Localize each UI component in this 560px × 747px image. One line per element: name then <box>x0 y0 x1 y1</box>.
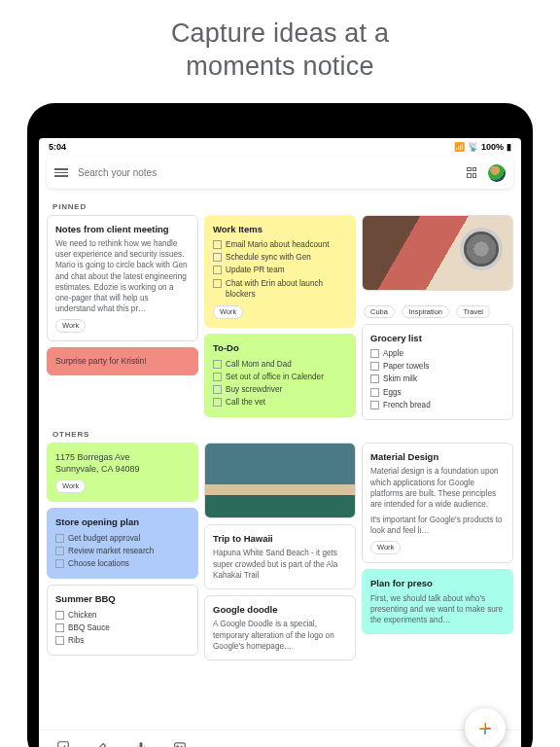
check-item[interactable]: Buy screwdriver <box>213 383 347 396</box>
note-tag[interactable]: Work <box>370 541 401 554</box>
status-time: 5:04 <box>49 142 66 152</box>
photo-tags: Cuba Inspiration Travel <box>362 297 513 318</box>
search-input[interactable] <box>78 167 457 178</box>
check-item[interactable]: Get budget approval <box>55 532 190 545</box>
note-title: Grocery list <box>370 333 505 345</box>
note-body: A Google Doodle is a special, temporary … <box>213 619 347 651</box>
avatar[interactable] <box>488 164 506 182</box>
battery-icon: ▮ <box>507 142 511 152</box>
note-title: Google doodle <box>213 604 347 617</box>
tag-inspiration[interactable]: Inspiration <box>402 305 449 318</box>
checkbox-icon[interactable] <box>56 740 70 747</box>
note-body: Material design is a foundation upon whi… <box>370 466 505 509</box>
note-body: Hapuna White Sand Beach - it gets super … <box>213 548 347 580</box>
check-item[interactable]: Review market research <box>55 545 190 557</box>
checklist: Email Mario about headcount Schedule syn… <box>213 238 347 300</box>
note-tag[interactable]: Work <box>55 319 86 333</box>
note-title: To-Do <box>213 342 347 355</box>
app-screen: 5:04 📶 📡 100% ▮ PINNED Notes from client… <box>39 138 521 748</box>
section-pinned-label: PINNED <box>39 193 521 215</box>
note-bbq[interactable]: Summer BBQ Chicken BBQ Sauce Ribs <box>47 585 198 656</box>
check-item[interactable]: Apple <box>370 347 505 360</box>
check-item[interactable]: Call the vet <box>213 396 347 409</box>
note-title: Work Items <box>213 224 347 236</box>
check-item[interactable]: Update PR team <box>213 264 347 276</box>
tablet-frame: 5:04 📶 📡 100% ▮ PINNED Notes from client… <box>27 103 533 748</box>
check-item[interactable]: Email Mario about headcount <box>213 238 347 251</box>
checklist: Chicken BBQ Sauce Ribs <box>55 609 190 647</box>
check-item[interactable]: BBQ Sauce <box>55 622 190 634</box>
checklist: Call Mom and Dad Set out of office in Ca… <box>213 358 347 409</box>
tag-cuba[interactable]: Cuba <box>364 305 395 318</box>
note-beach-photo[interactable] <box>204 443 356 518</box>
note-todo[interactable]: To-Do Call Mom and Dad Set out of office… <box>204 334 356 417</box>
check-item[interactable]: Call Mom and Dad <box>213 358 347 371</box>
new-note-fab[interactable]: + <box>465 708 506 748</box>
note-title: Notes from client meeting <box>55 224 190 236</box>
layout-toggle-icon[interactable] <box>467 167 478 179</box>
check-item[interactable]: Eggs <box>370 386 505 399</box>
note-body: First, we should talk about who's presen… <box>370 593 505 625</box>
check-item[interactable]: Schedule sync with Gen <box>213 251 347 264</box>
note-title: Summer BBQ <box>55 593 190 606</box>
note-grocery[interactable]: Grocery list Apple Paper towels Skim mil… <box>362 324 513 420</box>
note-tag[interactable]: Work <box>213 305 243 319</box>
status-right: 📶 📡 100% ▮ <box>454 142 511 152</box>
checklist: Apple Paper towels Skim milk Eggs French… <box>370 347 505 410</box>
others-grid: 1175 Borregas Ave Sunnyvale, CA 94089 Wo… <box>39 443 521 660</box>
battery-text: 100% <box>481 142 504 152</box>
pinned-grid: Notes from client meeting We need to ret… <box>39 215 521 420</box>
check-item[interactable]: French bread <box>370 399 505 411</box>
note-doodle[interactable]: Google doodle A Google Doodle is a speci… <box>204 595 356 660</box>
note-line1: 1175 Borregas Ave <box>55 451 190 463</box>
note-title: Store opening plan <box>55 516 190 529</box>
search-bar[interactable] <box>47 158 513 189</box>
note-body: Surprise party for Kristin! <box>55 356 147 366</box>
check-item[interactable]: Ribs <box>55 634 190 647</box>
note-body: We need to rethink how we handle user ex… <box>55 238 190 313</box>
note-body2: It's important for Google's products to … <box>370 515 505 536</box>
status-bar: 5:04 📶 📡 100% ▮ <box>39 138 521 154</box>
car-photo <box>363 216 512 290</box>
checklist: Get budget approval Review market resear… <box>55 532 190 570</box>
note-surprise[interactable]: Surprise party for Kristin! <box>47 347 198 375</box>
note-work-items[interactable]: Work Items Email Mario about headcount S… <box>204 215 356 328</box>
tag-travel[interactable]: Travel <box>456 305 490 318</box>
section-others-label: OTHERS <box>39 420 521 443</box>
note-preso[interactable]: Plan for preso First, we should talk abo… <box>362 569 513 634</box>
beach-photo <box>205 444 355 517</box>
check-item[interactable]: Choose locations <box>55 557 190 570</box>
bottom-toolbar <box>39 729 521 748</box>
check-item[interactable]: Chat with Erin about launch blockers <box>213 277 347 301</box>
signal-icon: 📶 <box>454 142 465 152</box>
note-tag[interactable]: Work <box>55 480 86 493</box>
wifi-icon: 📡 <box>468 142 478 152</box>
note-material[interactable]: Material Design Material design is a fou… <box>362 443 513 563</box>
note-client-meeting[interactable]: Notes from client meeting We need to ret… <box>47 215 198 341</box>
note-hawaii[interactable]: Trip to Hawaii Hapuna White Sand Beach -… <box>204 524 356 589</box>
check-item[interactable]: Chicken <box>55 609 190 622</box>
svg-rect-1 <box>140 742 143 747</box>
note-title: Material Design <box>370 451 505 464</box>
check-item[interactable]: Set out of office in Calender <box>213 371 347 383</box>
note-photo[interactable] <box>362 215 513 291</box>
menu-icon[interactable] <box>54 168 68 177</box>
note-title: Trip to Hawaii <box>213 533 347 546</box>
note-address[interactable]: 1175 Borregas Ave Sunnyvale, CA 94089 Wo… <box>47 443 198 502</box>
mic-icon[interactable] <box>134 740 148 747</box>
note-store-opening[interactable]: Store opening plan Get budget approval R… <box>47 508 198 579</box>
promo-headline: Capture ideas at amoments notice <box>0 0 560 103</box>
note-line2: Sunnyvale, CA 94089 <box>55 463 190 475</box>
image-icon[interactable] <box>173 740 187 747</box>
plus-icon: + <box>478 717 492 740</box>
svg-rect-0 <box>58 742 69 747</box>
check-item[interactable]: Skim milk <box>370 373 505 385</box>
brush-icon[interactable] <box>95 740 109 747</box>
check-item[interactable]: Paper towels <box>370 360 505 373</box>
note-title: Plan for preso <box>370 578 505 590</box>
